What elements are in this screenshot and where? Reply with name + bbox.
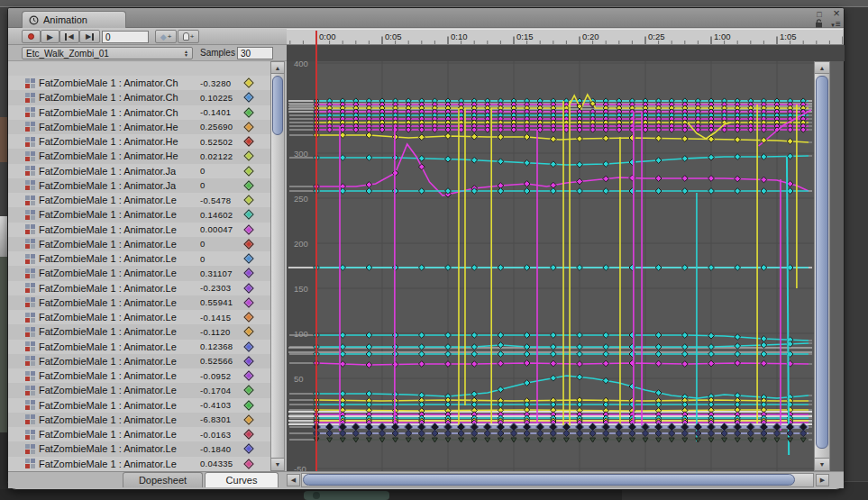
property-row[interactable]: FatZombieMale 1 : Animator.Le-0.1120 (8, 324, 270, 339)
curve-color-diamond-icon[interactable] (243, 166, 253, 176)
add-key-diamond-icon: ◆ (160, 32, 167, 41)
curve-color-diamond-icon[interactable] (243, 151, 253, 161)
playhead-line[interactable] (315, 31, 317, 471)
property-name: FatZombieMale 1 : Animator.Le (39, 356, 192, 367)
step-back-icon: ◀ (68, 32, 73, 41)
clip-dropdown[interactable]: Etc_Walk_Zombi_01 ▲▼ (22, 47, 193, 59)
list-scrollbar-thumb[interactable] (272, 76, 283, 135)
bg-bottom-teal-dot (313, 492, 320, 499)
curve-color-diamond-icon[interactable] (243, 444, 253, 454)
ruler-tick-label: 0:25 (648, 32, 665, 41)
property-row[interactable]: FatZombieMale 1 : Animator.Le0.04335 (8, 457, 270, 471)
curve-scroll-down-button[interactable]: ▼ (814, 458, 830, 471)
curve-editor-canvas[interactable]: 40030025020015010050-50 (287, 61, 814, 471)
list-scroll-up-button[interactable]: ▲ (270, 61, 285, 74)
property-value: 0.14602 (200, 210, 233, 220)
curve-color-diamond-icon[interactable] (243, 224, 253, 234)
curve-color-diamond-icon[interactable] (243, 210, 253, 220)
tab-curves[interactable]: Curves (205, 472, 279, 487)
samples-label: Samples (200, 48, 235, 58)
property-value: -0.0163 (200, 430, 231, 440)
property-value: -0.3280 (200, 78, 231, 88)
ruler-tick-label: 0:10 (451, 32, 468, 41)
curve-color-diamond-icon[interactable] (243, 312, 253, 322)
property-row[interactable]: FatZombieMale 1 : Animator.Le-0.1415 (8, 310, 270, 324)
curve-color-diamond-icon[interactable] (243, 136, 253, 146)
h-scroll-right-button[interactable]: ▶ (816, 474, 829, 486)
last-frame-bar-icon (92, 33, 94, 41)
curve-color-diamond-icon[interactable] (243, 93, 253, 103)
property-row[interactable]: FatZombieMale 1 : Animator.Le-6.8301 (8, 413, 270, 427)
curve-color-diamond-icon[interactable] (243, 195, 253, 205)
value-axis-label: 200 (294, 239, 308, 249)
property-row[interactable]: FatZombieMale 1 : Animator.Le-0.4103 (8, 398, 270, 413)
property-row[interactable]: FatZombieMale 1 : Animator.Le-0.0163 (8, 427, 270, 441)
curve-color-diamond-icon[interactable] (243, 429, 253, 439)
property-row[interactable]: FatZombieMale 1 : Animator.Le0.00047 (8, 223, 270, 237)
list-scroll-down-button[interactable]: ▼ (270, 458, 285, 471)
curve-horizontal-scrollbar-thumb[interactable] (303, 474, 795, 486)
property-row[interactable]: FatZombieMale 1 : Animator.He0.52502 (8, 134, 270, 149)
curve-color-diamond-icon[interactable] (243, 414, 253, 424)
property-row[interactable]: FatZombieMale 1 : Animator.Ja0 (8, 164, 270, 178)
record-button[interactable] (22, 30, 41, 43)
curve-color-diamond-icon[interactable] (243, 77, 253, 87)
property-row[interactable]: FatZombieMale 1 : Animator.Ch-0.3280 (8, 76, 270, 90)
property-row[interactable]: FatZombieMale 1 : Animator.Le-0.1704 (8, 383, 270, 397)
property-row[interactable]: FatZombieMale 1 : Animator.Le-0.1840 (8, 441, 270, 456)
property-row[interactable]: FatZombieMale 1 : Animator.Le-0.5478 (8, 193, 270, 207)
animator-icon (25, 400, 35, 410)
curve-color-diamond-icon[interactable] (243, 107, 253, 117)
curve-color-diamond-icon[interactable] (243, 253, 253, 263)
property-list-panel: FatZombieMale 1 : Animator.Ch-0.3280FatZ… (8, 61, 270, 471)
property-row[interactable]: FatZombieMale 1 : Animator.Le0 (8, 251, 270, 266)
add-event-button[interactable]: + (178, 30, 199, 43)
h-scroll-left-button[interactable]: ◀ (287, 474, 300, 486)
property-row[interactable]: FatZombieMale 1 : Animator.Le0 (8, 237, 270, 251)
event-strip[interactable] (287, 45, 845, 61)
curve-color-diamond-icon[interactable] (243, 122, 253, 132)
samples-input[interactable] (237, 47, 273, 59)
event-marker-icon (183, 32, 189, 41)
property-row[interactable]: FatZombieMale 1 : Animator.Le0.12368 (8, 340, 270, 354)
curve-color-diamond-icon[interactable] (243, 459, 253, 468)
property-row[interactable]: FatZombieMale 1 : Animator.He0.25690 (8, 120, 270, 134)
curve-color-diamond-icon[interactable] (243, 268, 253, 278)
goto-first-frame-button[interactable]: ◀ (59, 30, 79, 43)
property-row[interactable]: FatZombieMale 1 : Animator.Le-0.2303 (8, 281, 270, 295)
play-button[interactable]: ▶ (41, 30, 59, 43)
property-name: FatZombieMale 1 : Animator.Le (39, 209, 192, 220)
curve-color-diamond-icon[interactable] (243, 283, 253, 293)
timeline-ruler[interactable]: 0:000:050:100:150:200:251:001:05 (287, 29, 843, 45)
property-row[interactable]: FatZombieMale 1 : Animator.Ch0.10225 (8, 90, 270, 105)
curve-color-diamond-icon[interactable] (243, 370, 253, 380)
curve-scroll-up-button[interactable]: ▲ (814, 61, 830, 74)
curve-color-diamond-icon[interactable] (243, 239, 253, 249)
curve-vertical-scrollbar-thumb[interactable] (816, 76, 828, 449)
curve-color-diamond-icon[interactable] (243, 327, 253, 337)
property-row[interactable]: FatZombieMale 1 : Animator.Le-0.0952 (8, 368, 270, 383)
property-row[interactable]: FatZombieMale 1 : Animator.Ja0 (8, 178, 270, 193)
window-titlebar[interactable] (8, 8, 844, 28)
tab-animation[interactable]: Animation (22, 11, 126, 28)
property-row[interactable]: FatZombieMale 1 : Animator.Le0.14602 (8, 207, 270, 222)
curve-color-diamond-icon[interactable] (243, 400, 253, 410)
curve-color-diamond-icon[interactable] (243, 356, 253, 366)
frame-number-input[interactable] (102, 31, 149, 43)
property-row[interactable]: FatZombieMale 1 : Animator.Le0.31107 (8, 266, 270, 280)
property-row[interactable]: FatZombieMale 1 : Animator.He0.02122 (8, 149, 270, 163)
curve-color-diamond-icon[interactable] (243, 341, 253, 351)
curve-color-diamond-icon[interactable] (243, 386, 253, 395)
curve-color-diamond-icon[interactable] (243, 180, 253, 190)
property-row[interactable]: FatZombieMale 1 : Animator.Le0.55941 (8, 295, 270, 310)
property-name: FatZombieMale 1 : Animator.Le (39, 312, 192, 323)
property-row[interactable]: FatZombieMale 1 : Animator.Le0.52566 (8, 354, 270, 368)
property-row[interactable]: FatZombieMale 1 : Animator.Ch-0.1401 (8, 105, 270, 120)
add-keyframe-button[interactable]: ◆+ (155, 30, 177, 43)
goto-last-frame-button[interactable]: ▶ (79, 30, 100, 43)
property-name: FatZombieMale 1 : Animator.He (39, 150, 192, 161)
lock-icon[interactable] (814, 19, 824, 28)
ruler-tick-label: 0:15 (516, 32, 534, 41)
tab-dopesheet[interactable]: Dopesheet (123, 472, 203, 487)
curve-color-diamond-icon[interactable] (243, 297, 253, 307)
